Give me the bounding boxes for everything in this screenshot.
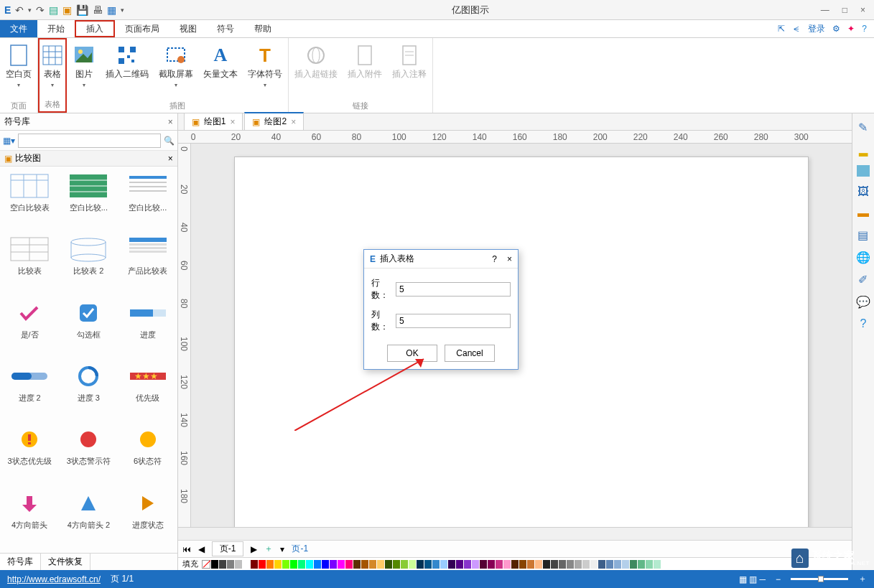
color-swatch[interactable]	[654, 560, 661, 569]
color-swatch[interactable]	[266, 560, 274, 569]
color-swatch[interactable]	[322, 560, 329, 569]
close-button[interactable]: ×	[860, 5, 865, 15]
shape-item[interactable]: 进度	[120, 299, 176, 357]
dialog-titlebar[interactable]: E 插入表格 ? ×	[364, 250, 518, 269]
color-swatch[interactable]	[401, 560, 408, 569]
menu-symbol[interactable]: 符号	[207, 20, 244, 37]
doc-tab-close-icon[interactable]: ×	[291, 117, 296, 127]
view-mode-icon[interactable]: ▦ ▥ ─	[739, 574, 766, 584]
cancel-button[interactable]: Cancel	[445, 345, 495, 362]
highlight-tool-icon[interactable]: ▂	[859, 143, 868, 157]
first-page-icon[interactable]: ⏮	[182, 544, 191, 554]
color-swatch[interactable]	[638, 560, 645, 569]
color-swatch[interactable]	[464, 560, 471, 569]
color-swatch[interactable]	[575, 560, 582, 569]
menu-file[interactable]: 文件	[0, 20, 37, 37]
rows-input[interactable]	[396, 282, 511, 297]
options-icon[interactable]: ▦	[107, 4, 116, 16]
color-swatch[interactable]	[314, 560, 321, 569]
page-canvas[interactable]	[234, 157, 809, 527]
gear-icon[interactable]: ⚙	[832, 24, 840, 34]
new-doc-icon[interactable]: ▤	[49, 4, 58, 16]
shape-item[interactable]: 3状态优先级	[1, 426, 57, 483]
shape-item[interactable]: 6状态符	[120, 426, 176, 483]
tab-symbol-library[interactable]: 符号库	[0, 554, 41, 570]
shape-item[interactable]: 4方向箭头	[1, 490, 57, 547]
color-swatch[interactable]	[488, 560, 495, 569]
color-swatch[interactable]	[353, 560, 361, 569]
color-swatch[interactable]	[598, 560, 605, 569]
color-swatch[interactable]	[345, 560, 353, 569]
dialog-close-icon[interactable]: ×	[507, 254, 512, 264]
color-swatch[interactable]	[243, 560, 250, 569]
color-swatch[interactable]	[361, 560, 368, 569]
color-swatch[interactable]	[330, 560, 337, 569]
shape-item[interactable]: 空白比较...	[60, 172, 116, 230]
shape-item[interactable]: 产品比较表	[120, 235, 176, 293]
cols-input[interactable]	[396, 314, 511, 328]
horizontal-scrollbar[interactable]	[178, 527, 852, 540]
next-page-icon[interactable]: ▶	[251, 544, 257, 554]
color-swatch[interactable]	[282, 560, 289, 569]
menu-insert[interactable]: 插入	[75, 20, 115, 37]
search-icon[interactable]: 🔍	[164, 136, 175, 146]
color-swatch[interactable]	[614, 560, 621, 569]
text-tool-icon[interactable]: ▤	[857, 228, 868, 242]
color-swatch[interactable]	[551, 560, 558, 569]
color-swatch[interactable]	[630, 560, 637, 569]
color-swatch[interactable]	[622, 560, 629, 569]
color-swatch[interactable]	[448, 560, 455, 569]
globe-tool-icon[interactable]: 🌐	[856, 251, 870, 264]
color-puzzle-icon[interactable]: ✦	[847, 24, 855, 34]
color-swatch[interactable]	[306, 560, 313, 569]
open-doc-icon[interactable]: ▣	[62, 4, 72, 16]
save-icon[interactable]: 💾	[76, 4, 88, 16]
fill-tool-icon[interactable]	[857, 165, 870, 177]
color-swatch[interactable]	[417, 560, 424, 569]
color-swatch[interactable]	[274, 560, 282, 569]
color-swatch[interactable]	[235, 560, 242, 569]
color-swatch[interactable]	[511, 560, 519, 569]
font-symbol-button[interactable]: T 字体符号 ▾	[248, 44, 282, 88]
color-swatch[interactable]	[543, 560, 550, 569]
color-swatch[interactable]	[496, 560, 503, 569]
shape-item[interactable]: 3状态警示符	[60, 426, 116, 483]
color-swatch[interactable]	[582, 560, 590, 569]
page-list-icon[interactable]: ▾	[280, 544, 284, 554]
color-swatch[interactable]	[227, 560, 234, 569]
color-swatch[interactable]	[440, 560, 447, 569]
shape-item[interactable]: 4方向箭头 2	[60, 490, 116, 547]
color-swatch[interactable]	[259, 560, 266, 569]
add-page-icon[interactable]: ＋	[264, 543, 273, 555]
color-swatch[interactable]	[251, 560, 258, 569]
color-swatch[interactable]	[527, 560, 534, 569]
menu-view[interactable]: 视图	[169, 20, 207, 37]
panel-close-icon[interactable]: ×	[168, 117, 173, 127]
menu-help[interactable]: 帮助	[244, 20, 282, 37]
shape-item[interactable]: 进度 3	[60, 363, 116, 420]
color-swatch[interactable]	[519, 560, 526, 569]
maximize-button[interactable]: □	[842, 5, 847, 15]
color-swatch[interactable]	[424, 560, 432, 569]
shape-item[interactable]: 空白比较...	[120, 172, 176, 230]
layer-tool-icon[interactable]: ▬	[857, 207, 869, 220]
screenshot-button[interactable]: 截取屏幕 ▾	[159, 44, 193, 88]
shape-item[interactable]: 空白比较表	[1, 172, 57, 230]
color-swatch[interactable]	[432, 560, 440, 569]
color-swatch[interactable]	[567, 560, 574, 569]
color-swatch[interactable]	[393, 560, 400, 569]
login-link[interactable]: 登录	[808, 23, 825, 35]
color-swatch[interactable]	[298, 560, 305, 569]
color-swatch[interactable]	[211, 560, 218, 569]
table-button[interactable]: 表格 ▾	[41, 44, 64, 88]
hyperlink-button[interactable]: 插入超链接	[294, 44, 338, 80]
shape-item[interactable]: 进度状态	[120, 490, 176, 547]
color-swatch[interactable]	[503, 560, 511, 569]
color-swatch[interactable]	[369, 560, 376, 569]
shape-item[interactable]: 比较表 2	[60, 235, 116, 293]
color-swatch[interactable]	[646, 560, 653, 569]
shape-item[interactable]: 比较表	[1, 235, 57, 293]
color-swatch[interactable]	[409, 560, 416, 569]
dialog-help-icon[interactable]: ?	[492, 254, 497, 264]
page-tab-right[interactable]: 页-1	[292, 543, 308, 555]
